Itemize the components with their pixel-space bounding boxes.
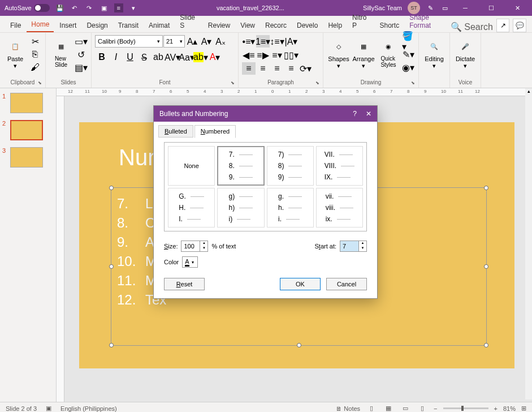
numbering-button[interactable]: 1≡▾ (256, 35, 270, 48)
justify-button[interactable]: ≡ (284, 62, 298, 75)
char-spacing-button[interactable]: AV▾ (166, 51, 179, 63)
tab-insert[interactable]: Insert (55, 19, 81, 32)
smartart-button[interactable]: ⟳▾ (299, 62, 312, 75)
numbering-alpha-lower-paren[interactable]: g)h)i) (217, 188, 264, 228)
numbering-arabic-paren[interactable]: 7)8)9) (267, 146, 314, 186)
tab-developer[interactable]: Develo (292, 19, 322, 32)
list-qat-icon[interactable]: ≡ (114, 3, 123, 12)
copy-button[interactable]: ⎘ (28, 48, 42, 61)
shape-fill-button[interactable]: 🪣▾ (401, 35, 415, 48)
tab-slideshow[interactable]: Slide S (175, 11, 202, 32)
shapes-button[interactable]: ◇ Shapes▾ (327, 35, 351, 72)
comments-button[interactable]: 💬 (513, 19, 526, 32)
editing-button[interactable]: 🔍 Editing▾ (422, 35, 446, 72)
clipboard-launcher[interactable]: ⬊ (38, 80, 42, 85)
line-spacing-button[interactable]: ↕≡▾ (270, 35, 284, 48)
slideshow-view-button[interactable]: ▯ (417, 404, 428, 413)
tab-file[interactable]: File (6, 19, 25, 32)
decrease-indent-button[interactable]: ◀≡ (242, 49, 256, 61)
bullets-button[interactable]: •≡▾ (242, 35, 256, 48)
highlight-button[interactable]: ab▾ (194, 51, 207, 63)
tab-shortcut[interactable]: Shortc (375, 19, 404, 32)
align-left-button[interactable]: ≡ (242, 62, 256, 75)
underline-button[interactable]: U (123, 51, 137, 63)
notes-button[interactable]: 🗎 Notes (336, 405, 360, 412)
ok-button[interactable]: OK (280, 278, 321, 290)
close-icon[interactable]: ✕ (366, 110, 371, 118)
tab-recording[interactable]: Recorc (261, 19, 291, 32)
dictate-button[interactable]: 🎤 Dictate▾ (453, 35, 477, 72)
align-center-button[interactable]: ≡ (256, 62, 270, 75)
shadow-button[interactable]: ab (152, 51, 165, 63)
tab-bulleted[interactable]: Bulleted (158, 125, 193, 138)
tab-review[interactable]: Review (204, 19, 235, 32)
reading-view-button[interactable]: ▭ (400, 404, 411, 413)
font-size-select[interactable]: 21 (163, 35, 185, 48)
numbering-roman-lower[interactable]: vii.viii.ix. (316, 188, 363, 228)
numbering-alpha-lower-period[interactable]: g.h.i. (267, 188, 314, 228)
tab-view[interactable]: View (236, 19, 259, 32)
shape-effects-button[interactable]: ◉▾ (401, 61, 415, 74)
search-box[interactable]: 🔍 Search (451, 22, 493, 32)
sorter-view-button[interactable]: ▦ (383, 404, 394, 413)
slide-thumbnail-1[interactable] (10, 93, 43, 113)
tab-nitro[interactable]: Nitro P (348, 11, 374, 32)
tab-animations[interactable]: Animat (144, 19, 174, 32)
close-button[interactable]: ✕ (507, 0, 527, 16)
language-button[interactable]: English (Philippines) (60, 405, 117, 412)
slide-counter[interactable]: Slide 2 of 3 (6, 405, 37, 412)
reset-button[interactable]: ↺ (74, 48, 88, 61)
size-spinner[interactable]: ▲▼ (181, 241, 208, 252)
spinner-down[interactable]: ▼ (359, 246, 366, 251)
normal-view-button[interactable]: ▯ (366, 404, 377, 413)
new-slide-button[interactable]: ▦ New Slide (49, 35, 73, 70)
increase-indent-button[interactable]: ≡▶ (256, 49, 270, 61)
bold-button[interactable]: B (95, 51, 109, 63)
autosave-switch[interactable] (34, 4, 50, 12)
share-button[interactable]: ↗ (496, 19, 510, 32)
fit-to-window-button[interactable]: ⊞ (521, 405, 526, 412)
shape-outline-button[interactable]: ✎▾ (401, 48, 415, 61)
font-color-button[interactable]: A▾ (208, 51, 222, 63)
accessibility-icon[interactable]: ▣ (46, 405, 51, 412)
start-input[interactable] (340, 241, 358, 251)
drawing-launcher[interactable]: ⬊ (411, 80, 415, 85)
tab-home[interactable]: Home (27, 18, 54, 32)
present-icon[interactable]: ▣ (100, 3, 109, 12)
tab-transitions[interactable]: Transit (114, 19, 143, 32)
strikethrough-button[interactable]: S̶ (137, 51, 151, 63)
align-right-button[interactable]: ≡ (270, 62, 284, 75)
font-name-select[interactable]: Calibri (Body) (95, 35, 163, 48)
zoom-level[interactable]: 81% (503, 405, 516, 412)
quick-styles-button[interactable]: ◉ Quick Styles (377, 35, 400, 70)
numbering-none[interactable]: None (168, 146, 215, 186)
zoom-out-button[interactable]: − (434, 405, 437, 412)
vertical-scrollbar[interactable]: ▴ (525, 88, 532, 400)
section-button[interactable]: ▤▾ (74, 61, 88, 74)
spinner-up[interactable]: ▲ (359, 241, 366, 246)
spinner-down[interactable]: ▼ (200, 246, 207, 251)
change-case-button[interactable]: Aa▾ (180, 51, 193, 63)
numbering-arabic-period[interactable]: 7.8.9. (217, 146, 264, 186)
text-direction-button[interactable]: |A▾ (284, 35, 298, 48)
customize-qat-icon[interactable]: ▾ (129, 3, 138, 12)
decrease-font-button[interactable]: A▾ (200, 35, 213, 48)
start-spinner[interactable]: ▲▼ (340, 241, 367, 252)
tab-design[interactable]: Design (82, 19, 112, 32)
color-dropdown[interactable]: A▾ (182, 256, 198, 268)
undo-icon[interactable]: ↶ (70, 3, 79, 12)
clear-formatting-button[interactable]: Aₓ (214, 35, 227, 48)
slide-thumbnail-3[interactable] (10, 147, 43, 168)
paste-button[interactable]: 📋 Paste ▾ (3, 35, 27, 72)
zoom-in-button[interactable]: + (494, 405, 498, 412)
slide-thumbnail-2[interactable] (10, 120, 43, 140)
redo-icon[interactable]: ↷ (85, 3, 94, 12)
spinner-up[interactable]: ▲ (200, 241, 207, 246)
format-painter-button[interactable]: 🖌 (28, 61, 42, 74)
font-launcher[interactable]: ⬊ (231, 80, 235, 85)
tab-help[interactable]: Help (323, 19, 347, 32)
italic-button[interactable]: I (109, 51, 123, 63)
save-icon[interactable]: 💾 (55, 3, 64, 12)
tab-numbered[interactable]: Numbered (194, 125, 236, 138)
layout-button[interactable]: ▭▾ (74, 35, 88, 48)
